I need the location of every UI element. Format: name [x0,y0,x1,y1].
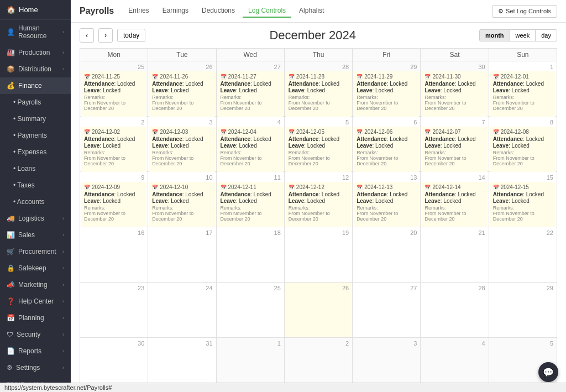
calendar-day-cell[interactable]: 13📅 2024-12-13Attendance: LockedLeave: L… [353,172,421,227]
sidebar-item-payrolls[interactable]: • Payrolls [0,94,71,111]
calendar-day-cell[interactable]: 30📅 2024-11-30Attendance: LockedLeave: L… [421,61,489,117]
chevron-icon: › [62,365,64,370]
sidebar-item-procurement[interactable]: 🛒 Procurement › [0,243,71,260]
calendar-day-cell[interactable]: 5📅 2024-12-05Attendance: LockedLeave: Lo… [284,117,352,172]
calendar-day-cell[interactable]: 14📅 2024-12-14Attendance: LockedLeave: L… [421,172,489,227]
event-card[interactable]: 📅 2024-11-26Attendance: LockedLeave: Loc… [149,71,214,123]
sidebar-item-sales[interactable]: 📊 Sales › [0,227,71,243]
calendar-day-cell[interactable]: 29📅 2024-11-29Attendance: LockedLeave: L… [353,61,421,117]
sidebar-label-finance: Finance [18,82,42,90]
calendar-day-cell[interactable]: 12📅 2024-12-12Attendance: LockedLeave: L… [284,172,352,227]
calendar-day-cell[interactable]: 6📅 2024-12-06Attendance: LockedLeave: Lo… [353,117,421,172]
view-week-button[interactable]: week [510,29,536,41]
calendar-day-cell[interactable]: 9📅 2024-12-09Attendance: LockedLeave: Lo… [80,172,148,227]
calendar-day-cell[interactable]: 10📅 2024-12-10Attendance: LockedLeave: L… [148,172,216,227]
event-card[interactable]: 📅 2024-12-14Attendance: LockedLeave: Loc… [422,182,487,233]
event-card[interactable]: 📅 2024-11-25Attendance: LockedLeave: Loc… [81,71,146,123]
sidebar-header[interactable]: 🏠 Home [0,0,71,20]
leave-status: Leave: Locked [84,87,144,93]
sidebar-item-reports[interactable]: 📄 Reports › [0,343,71,359]
prev-button[interactable]: ‹ [80,28,94,43]
calendar-day-cell[interactable]: 28📅 2024-11-28Attendance: LockedLeave: L… [284,61,352,117]
calendar-day-cell[interactable]: 26 [284,283,352,338]
tab-earnings[interactable]: Earnings [157,4,194,18]
calendar-day-cell[interactable]: 26📅 2024-11-26Attendance: LockedLeave: L… [148,61,216,117]
calendar-day-cell[interactable]: 3📅 2024-12-03Attendance: LockedLeave: Lo… [148,117,216,172]
day-number: 25 [81,62,146,71]
sidebar-item-summary[interactable]: • Summary [0,111,71,127]
calendar-day-cell[interactable]: 23 [80,283,148,338]
event-card[interactable]: 📅 2024-12-11Attendance: LockedLeave: Loc… [218,182,283,233]
event-card[interactable]: 📅 2024-11-30Attendance: LockedLeave: Loc… [422,71,487,123]
sidebar-item-accounts[interactable]: • Accounts [0,194,71,210]
today-button[interactable]: today [117,29,145,42]
sidebar-item-human-resource[interactable]: 👤 Human Resource › [0,20,71,44]
calendar-day-cell[interactable]: 25📅 2024-11-25Attendance: LockedLeave: L… [80,61,148,117]
calendar-day-cell[interactable]: 28 [421,283,489,338]
calendar-day-cell[interactable]: 4📅 2024-12-04Attendance: LockedLeave: Lo… [216,117,284,172]
calendar-day-cell[interactable]: 24 [148,283,216,338]
view-day-button[interactable]: day [535,29,557,41]
chat-button[interactable]: 💬 [538,362,558,382]
calendar-day-cell[interactable]: 29 [489,283,557,338]
event-card[interactable]: 📅 2024-11-27Attendance: LockedLeave: Loc… [218,71,283,123]
calendar-day-cell[interactable]: 19 [284,227,352,283]
calendar-day-cell[interactable]: 8📅 2024-12-08Attendance: LockedLeave: Lo… [489,117,557,172]
sidebar-item-loans[interactable]: • Loans [0,160,71,177]
sidebar-item-production[interactable]: 🏭 Production › [0,44,71,61]
calendar-day-cell[interactable]: 11📅 2024-12-11Attendance: LockedLeave: L… [216,172,284,227]
event-card[interactable]: 📅 2024-12-03Attendance: LockedLeave: Loc… [149,127,214,178]
event-card[interactable]: 📅 2024-12-07Attendance: LockedLeave: Loc… [422,127,487,178]
tab-deductions[interactable]: Deductions [196,4,240,18]
sidebar-item-security[interactable]: 🛡 Security › [0,326,71,343]
view-month-button[interactable]: month [479,29,510,41]
calendar-day-cell[interactable]: 16 [80,227,148,283]
event-card[interactable]: 📅 2024-11-29Attendance: LockedLeave: Loc… [354,71,419,123]
sidebar-item-finance[interactable]: 💰 Finance [0,77,71,94]
sidebar-item-help-center[interactable]: ❓ Help Center › [0,293,71,310]
event-card[interactable]: 📅 2024-12-12Attendance: LockedLeave: Loc… [286,182,351,233]
calendar-day-cell[interactable]: 27📅 2024-11-27Attendance: LockedLeave: L… [216,61,284,117]
calendar-week-row: 2📅 2024-12-02Attendance: LockedLeave: Lo… [80,117,557,172]
sidebar-label-security: Security [17,331,40,338]
sidebar-item-planning[interactable]: 📅 Planning › [0,310,71,326]
event-card[interactable]: 📅 2024-12-06Attendance: LockedLeave: Loc… [354,127,419,178]
calendar-day-cell[interactable]: 2📅 2024-12-02Attendance: LockedLeave: Lo… [80,117,148,172]
next-button[interactable]: › [98,28,113,43]
sidebar-item-logistics[interactable]: 🚚 Logistics › [0,210,71,227]
event-card[interactable]: 📅 2024-12-02Attendance: LockedLeave: Loc… [81,127,146,178]
calendar-day-cell[interactable]: 25 [216,283,284,338]
set-log-controls-button[interactable]: ⚙ Set Log Controls [492,5,557,18]
col-mon: Mon [80,49,148,61]
calendar-day-cell[interactable]: 20 [353,227,421,283]
calendar-day-cell[interactable]: 7📅 2024-12-07Attendance: LockedLeave: Lo… [421,117,489,172]
calendar-day-cell[interactable]: 27 [353,283,421,338]
event-card[interactable]: 📅 2024-12-01Attendance: LockedLeave: Loc… [490,71,555,123]
event-card[interactable]: 📅 2024-12-04Attendance: LockedLeave: Loc… [218,127,283,178]
event-card[interactable]: 📅 2024-12-05Attendance: LockedLeave: Loc… [286,127,351,178]
calendar-day-cell[interactable]: 15📅 2024-12-15Attendance: LockedLeave: L… [489,172,557,227]
tab-alphalist[interactable]: Alphalist [294,4,329,18]
sidebar-item-marketing[interactable]: 📣 Marketing › [0,276,71,293]
sidebar-item-settings[interactable]: ⚙ Settings › [0,359,71,376]
event-card[interactable]: 📅 2024-12-08Attendance: LockedLeave: Loc… [490,127,555,178]
sidebar-item-taxes[interactable]: • Taxes [0,177,71,194]
calendar-icon: 📅 [152,129,158,135]
calendar-day-cell[interactable]: 1📅 2024-12-01Attendance: LockedLeave: Lo… [489,61,557,117]
calendar-day-cell[interactable]: 17 [148,227,216,283]
event-card[interactable]: 📅 2024-12-09Attendance: LockedLeave: Loc… [81,182,146,233]
sidebar-item-expenses[interactable]: • Expenses [0,144,71,160]
calendar-day-cell[interactable]: 18 [216,227,284,283]
event-card[interactable]: 📅 2024-12-13Attendance: LockedLeave: Loc… [354,182,419,233]
event-card[interactable]: 📅 2024-11-28Attendance: LockedLeave: Loc… [286,71,351,123]
event-card[interactable]: 📅 2024-12-10Attendance: LockedLeave: Loc… [149,182,214,233]
calendar-day-cell[interactable]: 21 [421,227,489,283]
calendar-day-cell[interactable]: 22 [489,227,557,283]
tab-entries[interactable]: Entries [123,4,154,18]
tab-log-controls[interactable]: Log Controls [243,4,291,18]
sidebar-item-payments[interactable]: • Payments [0,127,71,144]
sidebar-item-safekeep[interactable]: 🔒 Safekeep › [0,260,71,276]
sidebar-item-distribution[interactable]: 📦 Distribution › [0,61,71,77]
event-card[interactable]: 📅 2024-12-15Attendance: LockedLeave: Loc… [490,182,555,233]
sidebar-label-help-center: Help Center [18,297,54,305]
